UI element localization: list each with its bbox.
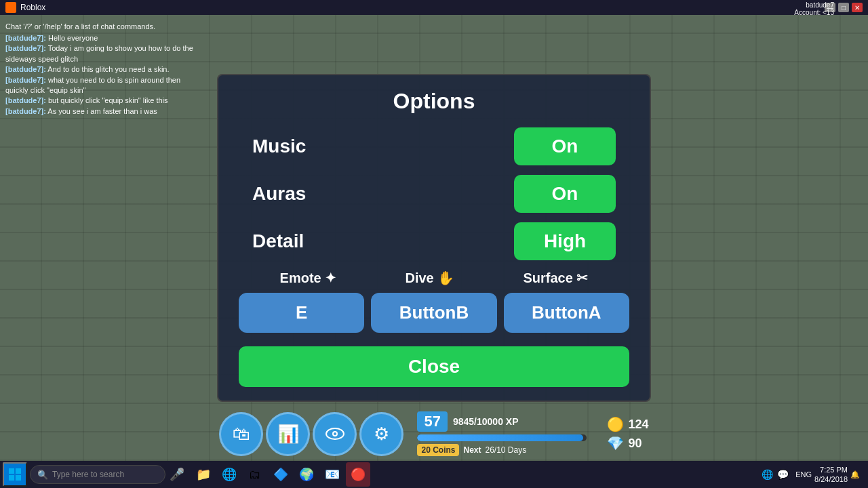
- surface-icon: ✂: [576, 270, 588, 285]
- taskbar-app-3[interactable]: 🗂: [243, 462, 267, 487]
- search-placeholder: Type here to search: [52, 470, 124, 479]
- tray-clock: 7:25 PM 8/24/2018: [814, 465, 848, 485]
- coins-badge: 20 Coins: [417, 444, 459, 456]
- coins-next-row: 20 Coins Next 26/10 Days: [417, 444, 526, 456]
- tray-notifications-icon: 💬: [777, 469, 789, 480]
- eye-icon: [326, 427, 344, 441]
- emote-icon: ✦: [325, 270, 336, 285]
- coin-value: 124: [628, 418, 648, 432]
- taskbar-browser-chrome[interactable]: 🌐: [217, 462, 241, 487]
- leaderboard-button[interactable]: 📊: [266, 412, 310, 456]
- shop-button[interactable]: 🛍: [219, 412, 263, 456]
- roblox-icon: [5, 2, 16, 13]
- auras-label: Auras: [252, 183, 306, 205]
- user-info-area: batdude7 Account: <13: [794, 1, 834, 16]
- currency-row-1: 🟡 124: [607, 416, 648, 432]
- options-panel: Options Music On Auras On Detail High Em…: [217, 74, 651, 402]
- tray-notification-icons: 🌐 💬: [762, 469, 789, 480]
- svg-rect-3: [9, 468, 14, 474]
- xp-bar-container: [417, 434, 587, 441]
- surface-action: Surface ✂: [523, 270, 588, 286]
- close-window-button[interactable]: ✕: [852, 3, 863, 12]
- music-toggle-button[interactable]: On: [514, 127, 616, 165]
- hud-icon-group: 🛍 📊 ⚙: [219, 412, 403, 456]
- detail-label: Detail: [252, 230, 304, 252]
- surface-label: Surface ✂: [523, 270, 588, 286]
- xp-top-row: 57 9845/10000 XP: [417, 411, 518, 432]
- music-option-row: Music On: [239, 127, 629, 165]
- emote-label: Emote ✦: [280, 270, 337, 286]
- close-options-button[interactable]: Close: [239, 346, 629, 387]
- taskbar-app-5[interactable]: 🌍: [294, 462, 319, 487]
- svg-rect-6: [16, 475, 21, 481]
- detail-toggle-button[interactable]: High: [514, 222, 616, 260]
- dive-icon: ✋: [437, 270, 454, 285]
- taskbar-apps-group: 📁 🌐 🗂 🔷 🌍 📧 🔴: [191, 462, 370, 487]
- surface-key-button[interactable]: ButtonA: [504, 293, 629, 333]
- dive-key-button[interactable]: ButtonB: [371, 293, 496, 333]
- gem-icon: 💎: [607, 435, 624, 451]
- start-button[interactable]: [3, 462, 27, 487]
- options-title: Options: [239, 89, 629, 114]
- taskbar-search-box[interactable]: 🔍 Type here to search: [30, 465, 165, 484]
- next-label: Next: [463, 445, 481, 455]
- auras-option-row: Auras On: [239, 175, 629, 213]
- gem-value: 90: [628, 436, 642, 451]
- cortana-button[interactable]: 🎤: [167, 467, 187, 482]
- key-buttons-row: E ButtonB ButtonA: [239, 293, 629, 333]
- tray-globe-icon: 🌐: [762, 469, 773, 480]
- username-label: batdude7: [794, 1, 834, 9]
- tray-notification-bell[interactable]: 🔔: [850, 470, 860, 479]
- tray-date-value: 8/24/2018: [814, 474, 848, 484]
- xp-area: 57 9845/10000 XP 20 Coins Next 26/10 Day…: [417, 411, 587, 456]
- windows-logo-icon: [8, 468, 22, 481]
- tray-eng-label: ENG: [795, 470, 812, 479]
- taskbar-tray: 🌐 💬 ENG 7:25 PM 8/24/2018 🔔: [762, 465, 865, 485]
- taskbar-app-4[interactable]: 🔷: [269, 462, 293, 487]
- xp-bar-fill: [417, 434, 583, 441]
- taskbar-file-explorer[interactable]: 📁: [191, 462, 216, 487]
- spectate-button[interactable]: [313, 412, 357, 456]
- auras-toggle-button[interactable]: On: [514, 175, 616, 213]
- level-badge: 57: [417, 411, 447, 432]
- title-bar-left: Roblox: [5, 2, 45, 13]
- svg-rect-4: [16, 468, 21, 474]
- detail-option-row: Detail High: [239, 222, 629, 260]
- maximize-button[interactable]: □: [838, 3, 849, 12]
- currency-row-2: 💎 90: [607, 435, 642, 451]
- svg-point-2: [334, 432, 336, 435]
- music-label: Music: [252, 136, 306, 157]
- emote-key-button[interactable]: E: [239, 293, 364, 333]
- windows-taskbar: 🔍 Type here to search 🎤 📁 🌐 🗂 🔷 🌍 📧 🔴 🌐 …: [0, 461, 868, 488]
- dive-label: Dive ✋: [405, 270, 454, 286]
- tray-time-value: 7:25 PM: [814, 465, 848, 474]
- title-bar: Roblox batdude7 Account: <13 — □ ✕: [0, 0, 868, 15]
- emote-action: Emote ✦: [280, 270, 337, 286]
- settings-button[interactable]: ⚙: [359, 412, 403, 456]
- coin-icon: 🟡: [607, 416, 624, 432]
- taskbar-email[interactable]: 📧: [320, 462, 344, 487]
- bottom-hud: 🛍 📊 ⚙ 57 9845/10000 XP 20 Coins Next 26/…: [0, 407, 868, 461]
- svg-rect-5: [9, 475, 14, 481]
- days-text: 26/10 Days: [486, 445, 527, 455]
- title-bar-title: Roblox: [20, 3, 45, 12]
- taskbar-roblox[interactable]: 🔴: [346, 462, 370, 487]
- dive-action: Dive ✋: [405, 270, 454, 286]
- action-labels-row: Emote ✦ Dive ✋ Surface ✂: [239, 270, 629, 286]
- currency-area: 🟡 124 💎 90: [607, 416, 648, 451]
- search-icon: 🔍: [37, 470, 48, 480]
- account-label: Account: <13: [794, 9, 834, 16]
- xp-text: 9845/10000 XP: [453, 416, 519, 427]
